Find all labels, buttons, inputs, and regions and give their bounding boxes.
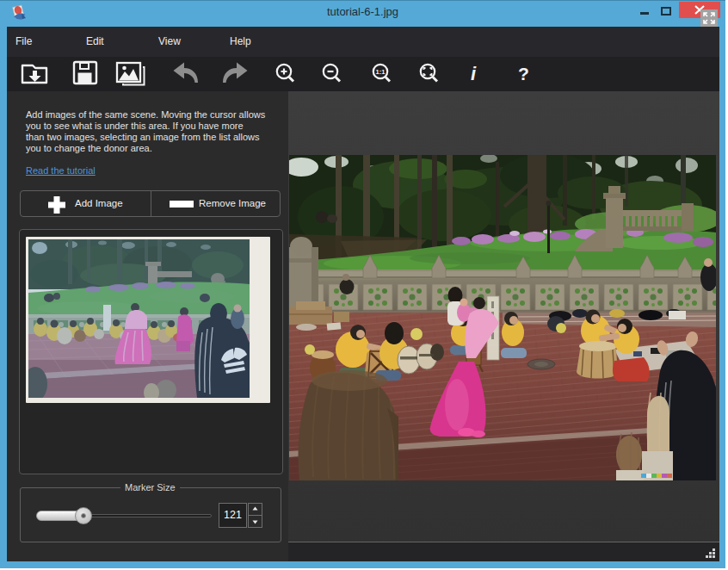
svg-text:i: i — [471, 63, 477, 84]
svg-text:1:1: 1:1 — [376, 68, 386, 76]
svg-text:?: ? — [518, 64, 529, 84]
